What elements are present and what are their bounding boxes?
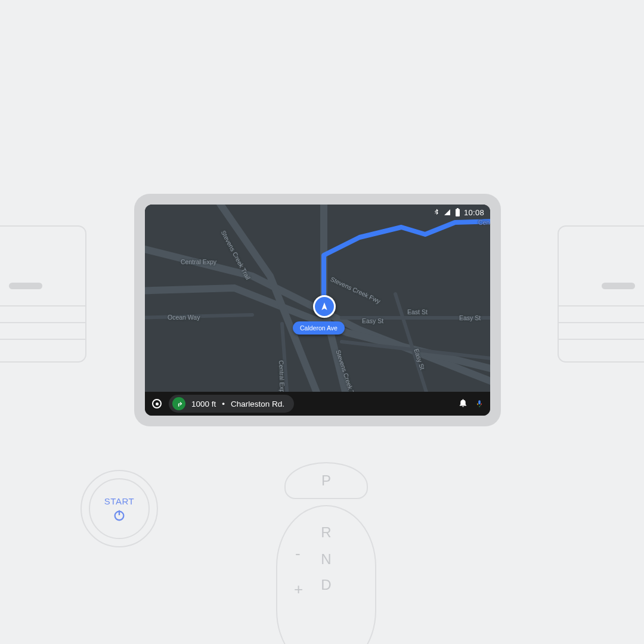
gear-shifter[interactable]: P R N D - + (270, 462, 383, 644)
display-screen[interactable]: Central Expy Stevens Creek Trail Stevens… (145, 205, 490, 416)
navigation-arrow-icon (320, 302, 329, 311)
air-vent-right (558, 225, 644, 363)
notifications-button[interactable] (458, 398, 468, 410)
turn-right-icon (172, 397, 185, 410)
vent-slot (602, 283, 635, 289)
road-label: East St (407, 308, 428, 315)
road-label: Easy St (362, 317, 383, 324)
map-view[interactable]: Central Expy Stevens Creek Trail Stevens… (145, 205, 490, 392)
road-label: Central Expy (278, 360, 286, 392)
vent-line (0, 339, 85, 340)
power-icon (113, 509, 126, 522)
next-turn-street: Charleston Rd. (231, 400, 284, 408)
gear-knob[interactable]: R N D - + (276, 505, 376, 644)
vent-line (0, 305, 85, 306)
gear-drive-label: D (321, 577, 331, 593)
home-button[interactable] (152, 399, 162, 408)
next-turn-separator: • (222, 400, 225, 408)
gear-park-label: P (321, 472, 331, 489)
signal-icon (443, 209, 451, 216)
gear-reverse-label: R (321, 524, 331, 541)
battery-icon (455, 208, 460, 216)
gear-minus-label: - (295, 544, 301, 563)
svg-rect-0 (456, 209, 460, 216)
gear-park-button[interactable]: P (284, 462, 368, 499)
current-location-marker (313, 295, 336, 318)
vent-line (559, 322, 644, 323)
road-label: Ocean Way (168, 314, 200, 321)
road-label: Easy St (459, 314, 481, 321)
status-bar: 10:08 (145, 205, 490, 220)
air-vent-left (0, 225, 86, 363)
vent-line (559, 339, 644, 340)
svg-rect-1 (457, 208, 459, 209)
road-label: Central Expy (181, 258, 216, 265)
engine-start-button[interactable]: START (80, 470, 158, 547)
start-label: START (104, 496, 134, 506)
engine-start-inner: START (89, 478, 150, 539)
voice-assistant-button[interactable] (475, 398, 483, 410)
head-unit-bezel: Central Expy Stevens Creek Trail Stevens… (134, 194, 501, 426)
vent-slot (9, 283, 42, 289)
next-turn-distance: 1000 ft (191, 400, 216, 408)
current-street-label: Calderon Ave (293, 321, 345, 335)
gear-neutral-label: N (321, 551, 331, 568)
gear-plus-label: + (294, 580, 303, 599)
vent-line (0, 322, 85, 323)
vent-line (559, 305, 644, 306)
navigation-bar: 1000 ft • Charleston Rd. (145, 392, 490, 416)
bluetooth-icon (434, 208, 439, 216)
status-clock: 10:08 (464, 208, 484, 217)
next-turn-pill[interactable]: 1000 ft • Charleston Rd. (169, 395, 294, 413)
